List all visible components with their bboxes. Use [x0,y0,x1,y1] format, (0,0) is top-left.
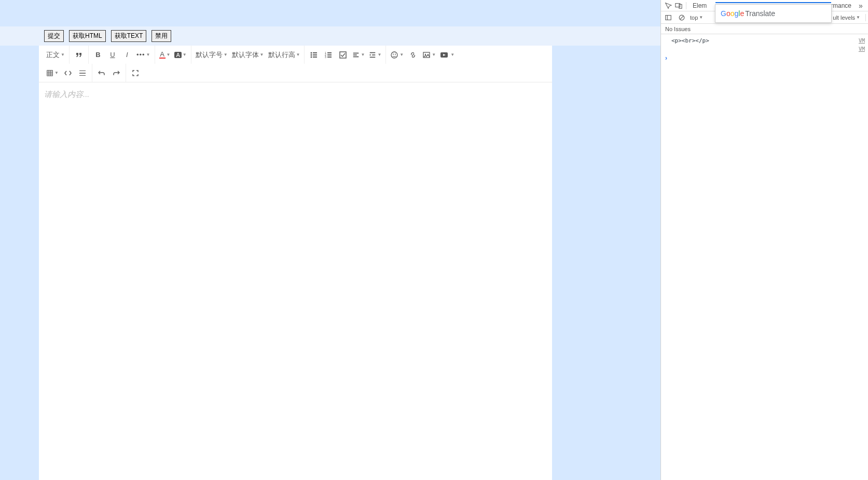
undo-button[interactable] [94,66,109,80]
paragraph-style-dropdown[interactable]: 正文▼ [44,48,67,62]
code-block-button[interactable] [61,66,75,80]
svg-rect-14 [353,54,357,55]
svg-rect-11 [327,57,332,58]
divider-button[interactable] [75,66,90,80]
get-html-button[interactable]: 获取HTML [69,30,106,42]
link-button[interactable] [406,48,420,62]
fullscreen-button[interactable] [128,66,143,80]
line-height-dropdown[interactable]: 默认行高▼ [266,48,302,62]
svg-point-4 [311,56,312,58]
image-dropdown[interactable]: ▼ [420,48,438,62]
checkbox-icon [339,51,347,59]
svg-rect-25 [47,70,53,76]
svg-line-38 [680,16,683,19]
bg-color-dropdown[interactable]: A▼ [172,48,188,62]
svg-text:3: 3 [325,55,326,59]
svg-point-20 [393,53,394,54]
svg-point-21 [395,53,396,54]
table-dropdown[interactable]: ▼ [44,66,61,80]
device-toolbar-icon[interactable] [673,1,684,11]
ol-icon: 123 [324,51,333,59]
inspect-element-icon[interactable] [663,1,673,11]
ul-icon [310,51,318,59]
editor-content-area[interactable]: 请输入内容... [39,82,552,480]
more-tabs-icon[interactable]: » [856,1,866,11]
undo-icon [98,69,106,77]
toolbar-row-1: 正文▼ B U I •••▼ A▼ A▼ [39,46,552,64]
google-logo: Google [721,9,744,18]
svg-point-2 [311,54,312,55]
video-icon [440,51,449,59]
svg-rect-1 [313,52,317,53]
svg-rect-3 [313,54,317,55]
bold-button[interactable]: B [91,48,105,62]
issues-bar[interactable]: No Issues [661,24,868,34]
svg-rect-17 [373,54,376,55]
font-color-dropdown[interactable]: A▼ [157,48,173,62]
svg-rect-15 [353,56,359,57]
svg-rect-31 [79,73,86,74]
context-dropdown[interactable]: top▼ [690,15,703,21]
redo-icon [112,69,120,77]
svg-point-0 [311,52,312,53]
editor-toolbar: 正文▼ B U I •••▼ A▼ A▼ [39,46,552,82]
italic-button[interactable]: I [120,48,134,62]
translate-label: Translate [745,9,775,18]
elements-tab[interactable]: Elem [688,0,711,11]
console-log-line[interactable]: <p><br></p> VM [661,36,868,45]
emoji-icon [390,51,398,59]
todo-list-button[interactable] [336,48,350,62]
indent-dropdown[interactable]: ▼ [367,48,383,62]
code-icon [64,69,72,77]
svg-rect-18 [370,57,376,58]
numbered-list-button[interactable]: 123 [321,48,336,62]
disable-button[interactable]: 禁用 [151,30,171,42]
quote-icon [75,51,83,59]
google-translate-popup[interactable]: Google Translate [715,4,832,23]
font-size-dropdown[interactable]: 默认字号▼ [194,48,230,62]
emoji-dropdown[interactable]: ▼ [388,48,406,62]
console-log-line[interactable]: VM [661,45,868,52]
font-family-dropdown[interactable]: 默认字体▼ [230,48,266,62]
submit-button[interactable]: 提交 [44,30,64,42]
bullet-list-button[interactable] [307,48,321,62]
svg-rect-35 [666,15,671,20]
svg-rect-34 [679,4,682,8]
indent-icon [369,51,376,59]
svg-rect-9 [327,54,332,55]
svg-rect-13 [353,52,359,53]
svg-rect-32 [79,75,86,76]
sidebar-toggle-icon[interactable] [663,12,673,23]
hr-icon [78,69,87,77]
svg-point-19 [391,52,397,58]
toolbar-row-2: ▼ [39,64,552,82]
table-icon [46,69,53,77]
console-output: <p><br></p> VM VM [661,34,868,66]
svg-rect-16 [370,52,376,53]
more-styles-dropdown[interactable]: •••▼ [134,48,153,62]
svg-rect-5 [313,57,317,58]
svg-rect-30 [79,70,86,71]
editor-container: 正文▼ B U I •••▼ A▼ A▼ [39,46,552,480]
redo-button[interactable] [109,66,123,80]
video-dropdown[interactable]: ▼ [438,48,457,62]
blockquote-button[interactable] [72,48,86,62]
devtools-panel: Elem rmance » top▼ ult levels▼ No Issues… [660,0,868,480]
editor-placeholder: 请输入内容... [44,90,90,98]
link-icon [409,51,417,59]
underline-button[interactable]: U [105,48,120,62]
svg-rect-7 [327,52,332,53]
svg-rect-12 [340,52,346,58]
log-levels-dropdown[interactable]: ult levels▼ [833,15,860,21]
clear-console-icon[interactable] [677,12,687,23]
fullscreen-icon [131,69,140,77]
vm-source-link[interactable]: VM [859,46,865,52]
svg-point-23 [425,53,426,54]
align-dropdown[interactable]: ▼ [350,48,367,62]
image-icon [422,51,431,59]
get-text-button[interactable]: 获取TEXT [111,30,147,42]
vm-source-link[interactable]: VM [859,38,865,44]
console-prompt[interactable] [661,52,868,64]
align-icon [352,51,360,59]
